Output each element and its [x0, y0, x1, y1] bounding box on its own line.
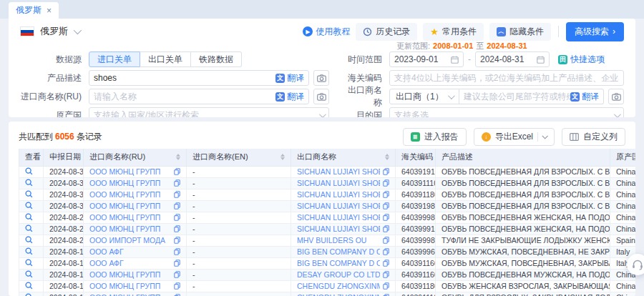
- copy-icon[interactable]: [174, 168, 180, 175]
- view-icon[interactable]: [25, 167, 33, 175]
- tab-export-declarations[interactable]: 出口关单: [140, 51, 191, 67]
- copy-icon[interactable]: [383, 237, 389, 244]
- importer-ru-link[interactable]: ООО МЮНЦ ГРУПП: [89, 213, 160, 222]
- exporter-link[interactable]: SICHUAN LUJIAYI SHOES CO LTD: [297, 213, 380, 222]
- customs-code-input[interactable]: [394, 73, 619, 83]
- cell-view[interactable]: [19, 257, 44, 269]
- exporter-link[interactable]: CHENGDU ZHONGXINMIAO TRADING C: [297, 282, 380, 290]
- history-button[interactable]: 历史记录: [356, 23, 417, 41]
- cell-view[interactable]: [19, 292, 44, 296]
- cell-view[interactable]: [19, 212, 44, 223]
- copy-icon[interactable]: [174, 214, 180, 221]
- view-icon[interactable]: [25, 247, 33, 255]
- copy-icon[interactable]: [383, 191, 389, 198]
- copy-icon[interactable]: [174, 260, 180, 267]
- hide-conditions-button[interactable]: ︿ 隐藏条件: [489, 23, 551, 41]
- copy-icon[interactable]: [174, 248, 180, 255]
- exporter-link[interactable]: SICHUAN LUJIAYI SHOES CO LTD: [297, 202, 380, 210]
- origin-country-input[interactable]: [94, 110, 315, 117]
- column-header[interactable]: 进口商名称(EN): [187, 149, 291, 166]
- tab-import-declarations[interactable]: 进口关单: [89, 51, 140, 67]
- copy-icon[interactable]: [383, 202, 389, 209]
- view-icon[interactable]: [25, 179, 33, 187]
- column-header[interactable]: 申报日期: [44, 149, 84, 166]
- copy-icon[interactable]: [383, 282, 389, 290]
- importer-ru-link[interactable]: ООО МЮНЦ ГРУПП: [89, 293, 160, 296]
- copy-icon[interactable]: [174, 237, 180, 244]
- image-search-button[interactable]: [313, 89, 329, 104]
- image-search-button[interactable]: [608, 89, 624, 104]
- cell-view[interactable]: [19, 269, 44, 280]
- country-selector-label[interactable]: 俄罗斯: [40, 25, 68, 38]
- cell-view[interactable]: [19, 280, 44, 292]
- column-header[interactable]: 出口商名称: [291, 149, 396, 166]
- view-icon[interactable]: [25, 225, 33, 232]
- importer-ru-link[interactable]: ООО МЮНЦ ГРУПП: [89, 167, 160, 176]
- copy-icon[interactable]: [174, 225, 180, 232]
- cell-view[interactable]: [19, 246, 44, 257]
- cell-view[interactable]: [19, 200, 44, 212]
- view-icon[interactable]: [25, 270, 33, 278]
- date-end-input[interactable]: 2024-08-31: [475, 51, 550, 67]
- cell-view[interactable]: [19, 177, 44, 189]
- copy-icon[interactable]: [383, 248, 389, 255]
- view-icon[interactable]: [25, 259, 33, 267]
- advanced-search-button[interactable]: 高级搜索 ›: [566, 22, 624, 41]
- importer-ru-link[interactable]: ООО МЮНЦ ГРУПП: [89, 202, 160, 210]
- exporter-link[interactable]: BIG BEN COMPANY D O O FROM BEST T: [297, 247, 380, 256]
- exporter-link[interactable]: MHV BUILDERS OU: [297, 236, 366, 245]
- enter-report-button[interactable]: ≣ 进入报告: [403, 128, 467, 146]
- exporter-input[interactable]: [464, 92, 570, 102]
- copy-icon[interactable]: [383, 271, 389, 278]
- tab-railway-data[interactable]: 铁路数据: [191, 51, 242, 67]
- chevron-down-icon[interactable]: [74, 26, 82, 34]
- date-start-input[interactable]: 2023-09-01: [389, 51, 464, 67]
- exporter-link[interactable]: SICHUAN LUJIAYI SHOES CO LTD: [297, 167, 380, 176]
- copy-icon[interactable]: [174, 202, 180, 209]
- cell-view[interactable]: [19, 166, 44, 177]
- exporter-type-select[interactable]: 出口商（1）: [389, 89, 459, 104]
- view-icon[interactable]: [25, 202, 33, 209]
- cell-view[interactable]: [19, 223, 44, 235]
- image-search-button[interactable]: [313, 70, 329, 86]
- copy-icon[interactable]: [174, 282, 180, 290]
- importer-ru-link[interactable]: ООО АФГ: [89, 247, 124, 256]
- origin-country-select[interactable]: [89, 107, 329, 117]
- exporter-link[interactable]: BIG BEN COMPANY D O O FROM BEST T: [297, 259, 380, 267]
- sort-icon[interactable]: [280, 154, 285, 160]
- view-icon[interactable]: [25, 190, 33, 198]
- column-header[interactable]: 进口商名称(RU): [84, 149, 187, 166]
- translate-button[interactable]: 文 翻译: [275, 72, 304, 84]
- exporter-link[interactable]: SICHUAN LUJIAYI SHOES CO LTD: [297, 225, 380, 233]
- destination-select[interactable]: [389, 107, 624, 117]
- importer-ru-link[interactable]: ООО МЮНЦ ГРУПП: [89, 225, 160, 233]
- product-desc-input[interactable]: [94, 73, 275, 83]
- copy-icon[interactable]: [174, 191, 180, 198]
- importer-ru-link[interactable]: ООО АФГ: [89, 259, 124, 267]
- importer-ru-link[interactable]: ООО МЮНЦ ГРУПП: [89, 270, 160, 279]
- custom-columns-button[interactable]: 自定义列: [562, 128, 625, 146]
- close-icon[interactable]: ×: [47, 6, 52, 15]
- copy-icon[interactable]: [383, 225, 389, 232]
- importer-ru-link[interactable]: ООО МЮНЦ ГРУПП: [89, 190, 160, 199]
- translate-button[interactable]: 文 翻译: [275, 91, 304, 103]
- sort-icon[interactable]: [385, 154, 389, 160]
- support-float-button[interactable]: [627, 254, 644, 275]
- importer-input[interactable]: [94, 92, 275, 102]
- exporter-link[interactable]: SICHUAN LUJIAYI SHOES CO LTD: [297, 190, 380, 199]
- export-excel-button[interactable]: ↓ 导出Excel: [474, 128, 555, 146]
- tutorial-link[interactable]: ▶ 使用教程: [303, 26, 350, 38]
- view-icon[interactable]: [25, 293, 33, 296]
- exporter-link[interactable]: CHENGDU ZHONGXINMIAO TRADING C: [297, 293, 380, 296]
- sort-icon[interactable]: [176, 154, 180, 160]
- cell-view[interactable]: [19, 189, 44, 200]
- copy-icon[interactable]: [383, 260, 389, 267]
- tab-russia[interactable]: 俄罗斯 ×: [9, 2, 59, 19]
- copy-icon[interactable]: [383, 179, 389, 187]
- copy-icon[interactable]: [383, 168, 389, 175]
- cell-view[interactable]: [19, 235, 44, 246]
- importer-ru-link[interactable]: ООО ИМПОРТ МОДА: [89, 236, 165, 245]
- view-icon[interactable]: [25, 213, 33, 221]
- quick-options-link[interactable]: 田 快捷选项: [558, 54, 605, 66]
- destination-input[interactable]: [394, 110, 610, 117]
